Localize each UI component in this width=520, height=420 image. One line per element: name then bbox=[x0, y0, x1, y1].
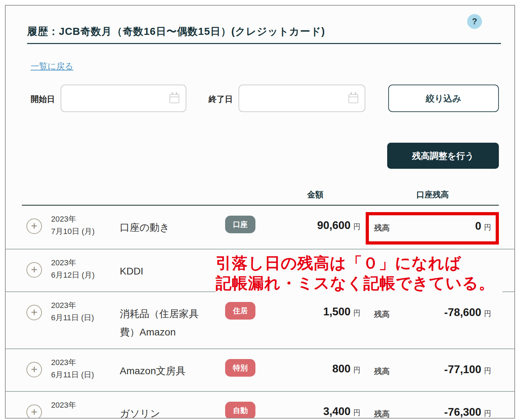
end-date-label: 終了日 bbox=[209, 94, 233, 105]
plus-icon: + bbox=[27, 304, 41, 320]
page-title: 履歴：JCB奇数月（奇数16日〜偶数15日）(クレジットカード) bbox=[27, 25, 325, 39]
balance-label: 残高 bbox=[374, 366, 390, 377]
title-divider bbox=[27, 43, 501, 44]
app-window: ? 履歴：JCB奇数月（奇数16日〜偶数15日）(クレジットカード) 一覧に戻る… bbox=[5, 5, 515, 419]
row-amount: 90,600円 bbox=[256, 219, 360, 232]
row-balance: -78,600円 bbox=[393, 306, 491, 319]
start-date-input[interactable] bbox=[65, 85, 160, 112]
end-date-field bbox=[239, 85, 365, 112]
annotation-overlay: 引落し日の残高は「０」になれば 記帳漏れ・ミスなく記帳できている。 bbox=[216, 253, 502, 300]
row-date: 2023年 bbox=[51, 399, 76, 411]
annotation-text: 引落し日の残高は「０」になれば bbox=[216, 253, 502, 273]
row-balance: 0円 bbox=[393, 220, 491, 233]
calendar-icon[interactable] bbox=[348, 94, 358, 103]
back-to-list-link[interactable]: 一覧に戻る bbox=[31, 61, 73, 72]
category-badge: 口座 bbox=[225, 216, 255, 233]
balance-label: 残高 bbox=[374, 309, 390, 320]
row-description: 口座の動き bbox=[120, 218, 209, 237]
table-row: + 2023年6月11日 (日) 消耗品（住居家具費）Amazon 住居 1,5… bbox=[6, 292, 515, 349]
expand-row-button[interactable]: + bbox=[26, 362, 42, 377]
balance-adjust-button[interactable]: 残高調整を行う bbox=[387, 143, 499, 169]
filter-button[interactable]: 絞り込み bbox=[388, 85, 499, 112]
row-description: Amazon文房具 bbox=[120, 362, 209, 380]
row-date: 2023年7月10日 (月) bbox=[51, 213, 94, 237]
transaction-list: + 2023年7月10日 (月) 口座の動き 口座 90,600円 残高 0円 … bbox=[6, 206, 515, 419]
balance-label: 残高 bbox=[374, 409, 390, 419]
balance-label: 残高 bbox=[374, 223, 390, 233]
annotation-text: 記帳漏れ・ミスなく記帳できている。 bbox=[216, 273, 502, 293]
expand-row-button[interactable]: + bbox=[26, 305, 42, 320]
row-amount: 3,400円 bbox=[256, 405, 360, 418]
row-description: 消耗品（住居家具費）Amazon bbox=[120, 305, 209, 341]
balance-column-header: 口座残高 bbox=[416, 189, 449, 200]
expand-row-button[interactable]: + bbox=[26, 262, 42, 278]
plus-icon: + bbox=[27, 262, 41, 277]
row-amount: 800円 bbox=[256, 363, 360, 375]
end-date-input[interactable] bbox=[243, 85, 338, 112]
row-description: ガソリン bbox=[120, 404, 209, 419]
row-balance: -77,100円 bbox=[393, 363, 491, 376]
plus-icon: + bbox=[27, 404, 41, 419]
expand-row-button[interactable]: + bbox=[26, 218, 42, 234]
plus-icon: + bbox=[27, 362, 41, 377]
table-row: + 2023年7月10日 (月) 口座の動き 口座 90,600円 残高 0円 bbox=[6, 206, 515, 249]
start-date-field bbox=[61, 85, 186, 112]
row-date: 2023年6月11日 (日) bbox=[51, 299, 94, 324]
amount-column-header: 金額 bbox=[307, 189, 323, 200]
plus-icon: + bbox=[27, 218, 41, 234]
row-description: KDDI bbox=[120, 262, 209, 280]
row-amount: 1,500円 bbox=[256, 305, 360, 318]
category-badge: 特別 bbox=[225, 359, 255, 377]
row-date: 2023年6月11日 (日) bbox=[51, 356, 94, 381]
start-date-label: 開始日 bbox=[31, 94, 55, 105]
category-badge: 自動 bbox=[225, 402, 255, 419]
row-date: 2023年6月12日 (月) bbox=[51, 257, 94, 281]
category-badge: 住居 bbox=[225, 302, 255, 320]
help-button[interactable]: ? bbox=[467, 14, 482, 29]
row-balance: -76,300円 bbox=[393, 406, 491, 419]
table-row: + 2023年6月11日 (日) Amazon文房具 特別 800円 残高 -7… bbox=[6, 349, 515, 392]
table-row: + 2023年 ガソリン 自動 3,400円 残高 -76,300円 bbox=[6, 392, 515, 419]
calendar-icon[interactable] bbox=[169, 94, 179, 103]
expand-row-button[interactable]: + bbox=[26, 404, 42, 419]
